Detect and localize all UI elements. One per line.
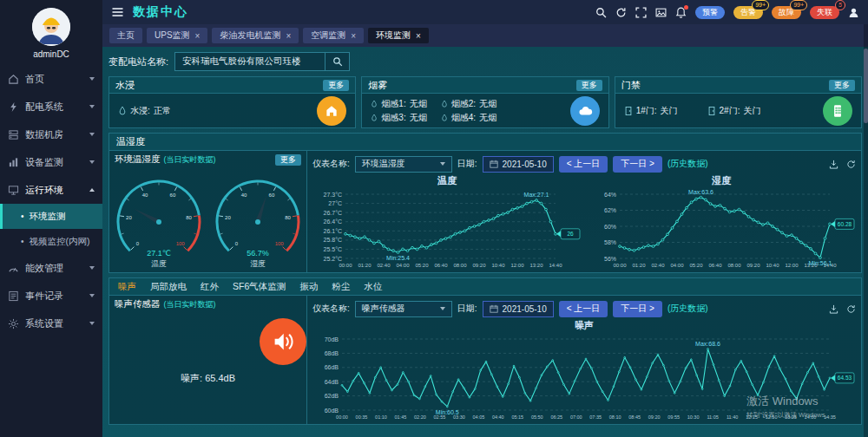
svg-text:09:55: 09:55 — [667, 414, 680, 420]
notification-dot — [684, 5, 688, 10]
refresh-icon[interactable] — [615, 7, 627, 18]
meter-select[interactable]: 噪声传感器 — [355, 301, 452, 317]
svg-text:Min:60.5: Min:60.5 — [436, 409, 459, 415]
scrollbar-track[interactable] — [864, 24, 868, 437]
door-more-button[interactable]: 更多 — [829, 80, 855, 91]
close-icon[interactable]: × — [195, 31, 201, 41]
tab-bar: 主页 UPS监测× 柴油发电机监测× 空调监测× 环境监测× — [102, 24, 868, 47]
svg-text:04:05: 04:05 — [473, 414, 485, 420]
svg-text:00:00: 00:00 — [613, 263, 627, 268]
menu-toggle-icon[interactable] — [111, 7, 124, 17]
svg-text:26.7°C: 26.7°C — [324, 210, 342, 216]
close-icon[interactable]: × — [286, 31, 291, 41]
prev-day-button[interactable]: < 上一日 — [559, 156, 608, 173]
sidebar-item-environment-monitoring[interactable]: 环境监测 — [0, 204, 102, 229]
sidebar-item-video-monitoring[interactable]: 视频监控(内网) — [0, 229, 102, 254]
sidebar-item-energy-management[interactable]: 能效管理 — [0, 254, 102, 282]
chevron-down-icon — [89, 105, 95, 108]
svg-text:05:50: 05:50 — [531, 414, 543, 420]
sidebar-item-event-log[interactable]: 事件记录 — [0, 282, 102, 310]
svg-text:56%: 56% — [604, 256, 616, 262]
alert-chip-fault[interactable]: 故障99+ — [772, 6, 801, 19]
svg-text:06:40: 06:40 — [434, 263, 448, 268]
notification-bell-icon[interactable] — [675, 7, 687, 18]
power-icon — [8, 101, 19, 113]
svg-text:01:45: 01:45 — [395, 414, 407, 420]
svg-text:11:05: 11:05 — [707, 414, 718, 420]
svg-text:20: 20 — [126, 215, 132, 220]
close-icon[interactable]: × — [416, 31, 421, 41]
tab-noise[interactable]: 噪声 — [118, 281, 136, 293]
alert-chip-alarm[interactable]: 告警99+ — [733, 6, 763, 19]
section-title: 温湿度 — [116, 135, 145, 148]
search-button[interactable] — [325, 53, 349, 70]
alert-chip-forewarning[interactable]: 预警 — [695, 6, 725, 19]
date-input[interactable]: 2021-05-10 — [483, 156, 554, 173]
tab-environment-monitoring[interactable]: 环境监测× — [368, 28, 429, 43]
tab-partial-discharge[interactable]: 局部放电 — [150, 281, 187, 293]
download-icon[interactable] — [829, 160, 838, 169]
refresh-chart-icon[interactable] — [846, 304, 856, 314]
fullscreen-icon[interactable] — [635, 7, 647, 18]
sidebar-item-device-monitoring[interactable]: 设备监测 — [0, 148, 102, 176]
bar-chart-icon — [8, 157, 19, 168]
humidity-plot: 64%62%60%58%56%00:0001:2002:4004:0005:20… — [587, 186, 856, 270]
gauge-more-button[interactable]: 更多 — [275, 154, 301, 166]
svg-text:12:15: 12:15 — [746, 414, 758, 420]
svg-text:80: 80 — [285, 215, 291, 220]
tab-hvac-monitoring[interactable]: 空调监测× — [303, 28, 364, 43]
sidebar-item-power-system[interactable]: 配电系统 — [0, 93, 102, 121]
sidebar-item-system-settings[interactable]: 系统设置 — [0, 310, 102, 337]
svg-text:07:00: 07:00 — [570, 414, 582, 420]
svg-text:0: 0 — [136, 241, 140, 246]
history-data-link[interactable]: (历史数据) — [667, 303, 708, 315]
chevron-down-icon — [89, 266, 95, 270]
scrollbar-thumb[interactable] — [864, 49, 868, 123]
substation-search-input[interactable] — [175, 53, 325, 70]
search-icon[interactable] — [595, 7, 607, 18]
tab-home[interactable]: 主页 — [109, 28, 142, 43]
svg-text:01:20: 01:20 — [632, 263, 646, 268]
date-input[interactable]: 2021-05-10 — [483, 301, 554, 317]
svg-text:湿度: 湿度 — [250, 259, 266, 268]
tab-diesel-generator-monitoring[interactable]: 柴油发电机监测× — [212, 28, 299, 43]
user-icon[interactable] — [848, 7, 859, 18]
history-data-link[interactable]: (历史数据) — [667, 158, 708, 170]
tab-vibration[interactable]: 振动 — [299, 281, 318, 293]
svg-text:68dB: 68dB — [325, 350, 339, 356]
prev-day-button[interactable]: < 上一日 — [559, 301, 608, 317]
gauge-pane: 环境温湿度 (当日实时数据) 更多 02040608010027.1℃温度 02… — [109, 151, 307, 272]
avatar[interactable] — [32, 8, 70, 46]
water-more-button[interactable]: 更多 — [323, 80, 349, 91]
download-icon[interactable] — [829, 304, 838, 314]
close-icon[interactable]: × — [351, 31, 356, 41]
sidebar-item-operating-environment[interactable]: 运行环境 — [0, 176, 102, 204]
svg-text:02:40: 02:40 — [377, 263, 391, 268]
operating-environment-submenu: 环境监测 视频监控(内网) — [0, 204, 102, 254]
screenshot-icon[interactable] — [655, 7, 667, 18]
tab-water-level[interactable]: 水位 — [364, 281, 382, 293]
sidebar-item-data-room[interactable]: 数据机房 — [0, 121, 102, 148]
svg-text:14:40: 14:40 — [549, 263, 562, 268]
alert-chip-offline[interactable]: 失联5 — [810, 6, 839, 19]
smoke-more-button[interactable]: 更多 — [576, 80, 602, 91]
th-chart-pane: 仪表名称: 环境温湿度 日期: 2021-05-10 < 上一日 下一日 > (… — [307, 151, 861, 272]
tab-sf6-gas[interactable]: SF6气体监测 — [233, 281, 286, 293]
next-day-button[interactable]: 下一日 > — [613, 156, 662, 173]
tab-dust[interactable]: 粉尘 — [332, 281, 350, 293]
tab-infrared[interactable]: 红外 — [201, 281, 219, 293]
svg-text:64dB: 64dB — [325, 379, 339, 385]
noise-sensor-pane: 噪声传感器 (当日实时数据) 噪声: 65.4dB — [109, 296, 307, 424]
substation-search-box — [174, 52, 350, 71]
tab-ups-monitoring[interactable]: UPS监测× — [147, 28, 207, 43]
smoke-status-icon — [570, 96, 600, 126]
svg-text:27.3°C: 27.3°C — [324, 192, 342, 198]
chevron-down-icon — [89, 294, 95, 297]
refresh-chart-icon[interactable] — [846, 160, 856, 169]
sidebar-item-home[interactable]: 首页 — [0, 65, 102, 93]
meter-select[interactable]: 环境温湿度 — [355, 156, 452, 173]
svg-text:27.1℃: 27.1℃ — [147, 249, 171, 258]
sidebar-menu: 首页 配电系统 数据机房 设备监测 运行环境 — [0, 65, 102, 437]
noise-section: 噪声 局部放电 红外 SF6气体监测 振动 粉尘 水位 噪声传感器 (当日实时数… — [108, 277, 862, 425]
next-day-button[interactable]: 下一日 > — [613, 301, 662, 317]
